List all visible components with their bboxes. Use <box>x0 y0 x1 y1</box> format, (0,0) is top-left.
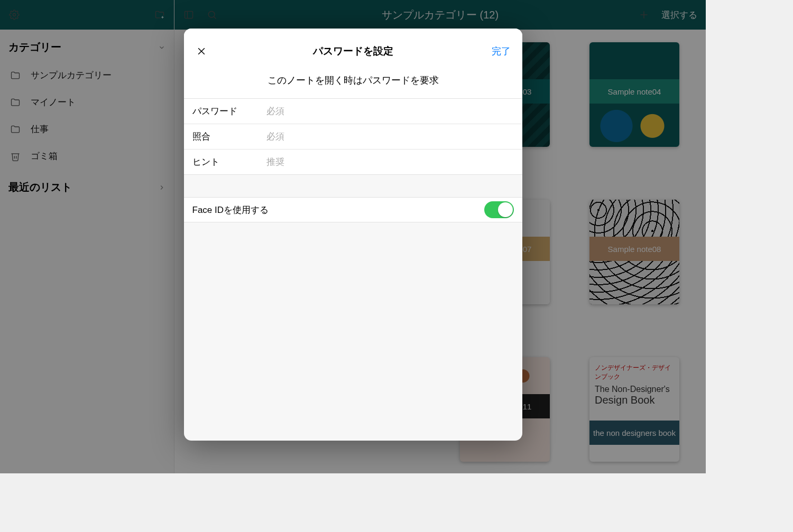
faceid-label: Face IDを使用する <box>192 204 269 216</box>
dialog-subtitle: このノートを開く時はパスワードを要求 <box>184 74 522 98</box>
set-password-dialog: パスワードを設定 完了 このノートを開く時はパスワードを要求 パスワード 照合 … <box>184 29 522 441</box>
hint-row: ヒント <box>184 150 522 175</box>
password-label: パスワード <box>192 105 266 117</box>
hint-label: ヒント <box>192 156 266 168</box>
verify-label: 照合 <box>192 130 266 143</box>
hint-input[interactable] <box>266 157 514 167</box>
password-row: パスワード <box>184 99 522 124</box>
close-button[interactable] <box>193 43 209 59</box>
done-button[interactable]: 完了 <box>492 45 511 58</box>
verify-input[interactable] <box>266 132 514 142</box>
verify-row: 照合 <box>184 124 522 150</box>
faceid-toggle[interactable] <box>484 201 514 218</box>
password-input[interactable] <box>266 106 514 117</box>
dialog-title: パスワードを設定 <box>313 44 393 58</box>
